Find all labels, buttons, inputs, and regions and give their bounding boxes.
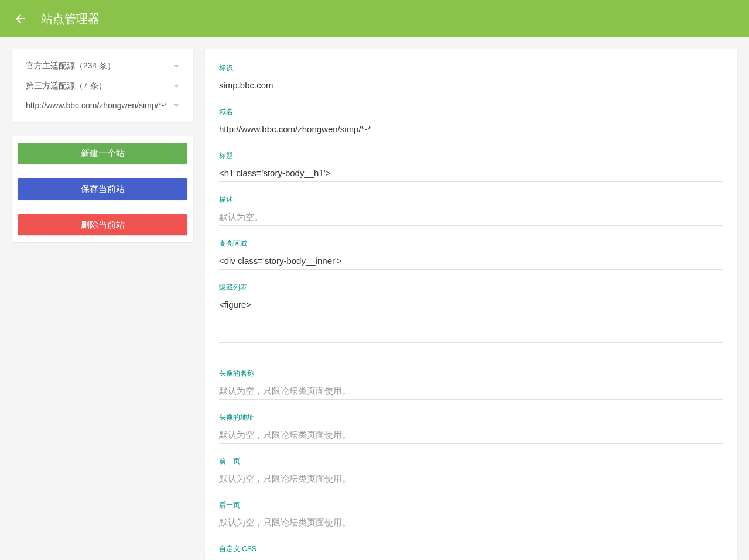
field-hidden: 隐藏列表 <box>219 283 723 345</box>
next-page-input[interactable] <box>219 514 723 531</box>
domain-input[interactable] <box>219 121 723 138</box>
field-next-page: 后一页 <box>219 500 723 531</box>
field-custom-css: 自定义 CSS <box>219 544 723 560</box>
field-domain: 域名 <box>219 107 723 138</box>
tree-item-thirdparty[interactable]: 第三方适配源（7 条） <box>12 76 193 96</box>
avatar-name-input[interactable] <box>219 382 723 400</box>
app-header: 站点管理器 <box>0 0 749 37</box>
actions-card: 新建一个站 保存当前站 删除当前站 <box>12 136 193 242</box>
chevron-down-icon <box>173 65 179 68</box>
avatar-url-input[interactable] <box>219 426 723 444</box>
field-label: 域名 <box>219 107 723 117</box>
field-highlight: 高亮区域 <box>219 239 723 270</box>
tree-item-site[interactable]: http://www.bbc.com/zhongwen/simp/*-* <box>12 96 193 115</box>
delete-site-button[interactable]: 删除当前站 <box>18 214 187 235</box>
field-description: 描述 <box>219 195 723 226</box>
source-tree-card: 官方主适配源（234 条） 第三方适配源（7 条） http://www.bbc… <box>12 49 193 122</box>
page-title: 站点管理器 <box>41 11 100 27</box>
tree-item-label: 官方主适配源（234 条） <box>26 61 169 71</box>
field-identifier: 标识 <box>219 63 723 94</box>
hidden-input[interactable] <box>219 296 723 343</box>
field-label: 高亮区域 <box>219 239 723 249</box>
field-label: 自定义 CSS <box>219 544 723 554</box>
tree-item-official[interactable]: 官方主适配源（234 条） <box>12 56 193 76</box>
back-arrow-icon[interactable] <box>12 10 29 28</box>
tree-item-label: 第三方适配源（7 条） <box>26 81 169 91</box>
form-panel: 标识 域名 标题 描述 高亮区域 隐藏列表 头像的名称 头像的地 <box>205 49 737 560</box>
field-prev-page: 前一页 <box>219 456 723 487</box>
content-area: 官方主适配源（234 条） 第三方适配源（7 条） http://www.bbc… <box>0 37 749 560</box>
new-site-button[interactable]: 新建一个站 <box>18 143 187 164</box>
field-label: 描述 <box>219 195 723 205</box>
tree-item-label: http://www.bbc.com/zhongwen/simp/*-* <box>26 101 169 110</box>
field-avatar-name: 头像的名称 <box>219 369 723 400</box>
chevron-down-icon <box>173 85 179 88</box>
title-input[interactable] <box>219 164 723 182</box>
custom-css-input[interactable] <box>219 558 723 560</box>
prev-page-input[interactable] <box>219 470 723 487</box>
description-input[interactable] <box>219 208 723 226</box>
sidebar: 官方主适配源（234 条） 第三方适配源（7 条） http://www.bbc… <box>12 49 193 560</box>
highlight-input[interactable] <box>219 252 723 270</box>
identifier-input[interactable] <box>219 77 723 94</box>
field-avatar-url: 头像的地址 <box>219 413 723 444</box>
field-title: 标题 <box>219 151 723 182</box>
field-label: 前一页 <box>219 456 723 466</box>
field-label: 标题 <box>219 151 723 161</box>
field-label: 标识 <box>219 63 723 73</box>
save-site-button[interactable]: 保存当前站 <box>18 178 187 200</box>
field-label: 头像的地址 <box>219 413 723 422</box>
field-label: 隐藏列表 <box>219 283 723 293</box>
field-label: 后一页 <box>219 500 723 510</box>
chevron-down-icon <box>173 104 179 107</box>
field-label: 头像的名称 <box>219 369 723 379</box>
